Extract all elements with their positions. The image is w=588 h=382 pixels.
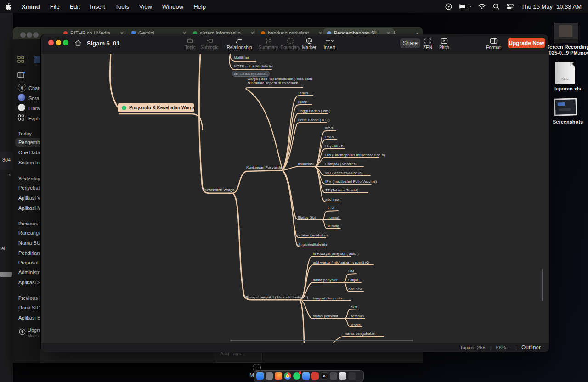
mindmap-node[interactable]: Hepatitis B <box>325 144 344 148</box>
browser-close-button[interactable] <box>20 32 26 38</box>
mindmap-node[interactable]: warga ( add kependudukan ) bisa pake <box>248 77 313 81</box>
search-icon[interactable] <box>493 3 499 10</box>
document-title[interactable]: Sigam 6. 01 <box>87 40 120 47</box>
browser-zoom-button[interactable] <box>33 32 39 38</box>
window-zoom-button[interactable] <box>63 40 68 45</box>
mindmap-node[interactable]: NIK/nama seperti di v6 search <box>248 81 298 85</box>
home-icon[interactable] <box>74 39 82 47</box>
chat-item[interactable]: Nama BUMD <box>18 240 40 246</box>
chat-item[interactable]: Pengemban <box>18 140 40 145</box>
upgrade-now-button[interactable]: Upgrade Now <box>508 38 545 48</box>
mindmap-node[interactable]: NOTE untuk Module ini <box>234 64 273 68</box>
dock-stack-icon[interactable] <box>339 372 346 380</box>
chat-item[interactable]: Proposal Pe <box>18 260 40 265</box>
menu-window[interactable]: Window <box>157 3 188 10</box>
dock-folder-dark-icon[interactable] <box>330 372 337 380</box>
mindmap-node[interactable]: Ginjal <box>348 278 358 282</box>
format-button[interactable]: Format <box>483 38 504 50</box>
screen-record-icon[interactable] <box>445 3 452 10</box>
mindmap-node[interactable]: Tinggi Badan ( cm ) <box>298 109 330 113</box>
mindmap-node[interactable]: simpan/edit/delete <box>297 242 328 247</box>
outliner-button[interactable]: Outliner <box>521 344 541 351</box>
chat-item[interactable]: Aplikasi Mar <box>18 205 40 211</box>
vertical-scrollbar[interactable] <box>542 269 543 301</box>
xls-file-icon[interactable]: XLS <box>555 62 575 84</box>
mindmap-node[interactable]: catatan kesehatan <box>297 233 328 237</box>
mindmap-node[interactable]: nama penyakit <box>313 278 337 282</box>
dock-finder-icon[interactable] <box>256 372 264 380</box>
wifi-icon[interactable] <box>478 4 486 9</box>
green-marker-icon[interactable] <box>122 106 126 110</box>
tool-subtopic[interactable]: Subtopic <box>196 38 223 50</box>
mindmap-node[interactable]: sembuh <box>351 314 364 318</box>
browser-minimize-button[interactable] <box>27 32 32 38</box>
mindmap-node[interactable]: Berat Badan ( KG ) <box>298 118 330 122</box>
share-button[interactable]: Share <box>400 38 420 48</box>
tool-relationship[interactable]: Relationship <box>225 38 254 50</box>
menu-insert[interactable]: Insert <box>85 3 110 10</box>
mindmap-node[interactable]: Campak (Measles) <box>325 162 357 166</box>
horizontal-scrollbar[interactable] <box>230 340 413 341</box>
menu-edit[interactable]: Edit <box>65 3 85 10</box>
mindmap-node[interactable]: Bulan <box>298 100 307 104</box>
chat-item[interactable]: Pendirian BU <box>18 250 40 256</box>
mindmap-main-topic[interactable]: Posyandu & Kesehatan Warga <box>118 103 194 112</box>
mindmap-node[interactable]: Multifilter <box>234 56 249 60</box>
mindmap-node[interactable]: Status Gizi <box>298 215 316 219</box>
apple-menu[interactable] <box>0 3 17 10</box>
dock-photos-icon[interactable] <box>348 372 356 380</box>
mindmap-node[interactable]: aktif <box>351 305 357 309</box>
nav-chatgpt[interactable]: ChatGPT <box>28 85 40 91</box>
tool-marker[interactable]: Marker <box>298 38 320 50</box>
mindmap-node[interactable]: DM <box>348 269 354 273</box>
upgrade-title[interactable]: Upgra <box>28 327 40 333</box>
mindmap-node[interactable]: add new <box>348 287 362 291</box>
mindmap-node[interactable]: BCG <box>325 126 334 130</box>
mindmap-canvas[interactable]: Posyandu & Kesehatan Warga Semua add nya… <box>41 54 549 343</box>
movie-file-icon[interactable] <box>554 23 578 43</box>
zen-button[interactable]: ZEN <box>418 38 437 50</box>
menu-view[interactable]: View <box>134 3 157 10</box>
chat-item[interactable]: Administras <box>18 270 40 275</box>
window-minimize-button[interactable] <box>56 40 61 45</box>
mindmap-node[interactable]: tanggal diagnosis <box>313 296 342 300</box>
mindmap-node[interactable]: Polio <box>325 135 334 139</box>
chat-item[interactable]: One Data Ac <box>18 150 40 155</box>
dock-pinwheel-icon[interactable] <box>311 372 319 380</box>
mindmap-node[interactable]: nama pengobatan <box>345 331 375 336</box>
mindmap-node[interactable]: Imunisasi <box>298 162 314 166</box>
dock-whatsapp-icon[interactable] <box>293 372 300 380</box>
chat-item[interactable]: Rancangan <box>18 230 40 236</box>
nav-sora[interactable]: Sora <box>28 96 39 101</box>
chat-item[interactable]: Aplikasi Vide <box>18 195 40 201</box>
control-center-icon[interactable] <box>507 4 514 10</box>
mindmap-node[interactable]: TT (Tetanus Toxoid) <box>325 188 358 192</box>
menu-file[interactable]: File <box>45 3 65 10</box>
mindmap-node[interactable]: Kesehatan Warga <box>204 188 234 192</box>
mindmap-node[interactable]: status penyakit <box>313 314 338 318</box>
zoom-level[interactable]: 66% ⌄ <box>496 345 511 350</box>
chat-item[interactable]: Sistem Infor <box>18 160 40 165</box>
mindmap-node[interactable]: Riwayat penyakit ( bisa add berkali2 ) <box>245 295 308 299</box>
partial-toolbar-icon[interactable] <box>34 56 40 63</box>
sidebar-toggle-icon[interactable] <box>17 72 25 79</box>
dock-settings-icon[interactable] <box>266 372 273 380</box>
tool-insert[interactable]: Insert <box>319 38 339 50</box>
mindmap-node[interactable]: lebih <box>328 206 335 210</box>
screenshots-stack-icon[interactable] <box>554 98 577 116</box>
menu-app-name[interactable]: Xmind <box>17 3 45 10</box>
mindmap-node[interactable]: kurang <box>328 224 339 228</box>
mindmap-note-pill[interactable]: Semua add nya adala... <box>232 71 270 77</box>
mindmap-node[interactable]: IPV (Inactivated Polio Vaccine) <box>325 180 377 184</box>
mindmap-node[interactable]: Id Riwayat penyakit ( auto ) <box>313 252 359 256</box>
battery-icon[interactable] <box>459 4 471 9</box>
grid-icon[interactable] <box>17 56 24 63</box>
mindmap-node[interactable]: Tahun <box>298 91 308 95</box>
mindmap-node[interactable]: add warga ( nik/nama ) seperti v6 <box>313 260 369 264</box>
mindmap-node[interactable]: Hib (Haemophilus influenzae tipe b) <box>325 153 385 157</box>
dock-app-blue-icon[interactable] <box>302 372 310 380</box>
mindmap-node[interactable]: Kunjungan Posyandu <box>246 165 282 169</box>
menu-help[interactable]: Help <box>188 3 211 10</box>
pitch-button[interactable]: Pitch <box>435 38 453 50</box>
menubar-clock[interactable]: Thu 15 May 10.33 AM <box>521 3 582 10</box>
